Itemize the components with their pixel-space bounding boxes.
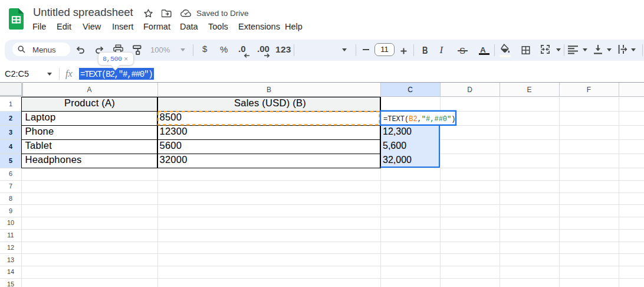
svg-text:D: D — [467, 86, 472, 94]
svg-text:12,300: 12,300 — [383, 126, 412, 136]
svg-text:Phone: Phone — [25, 126, 54, 136]
svg-text:32,000: 32,000 — [383, 155, 412, 165]
svg-text:Sales (USD) (B): Sales (USD) (B) — [234, 97, 306, 108]
svg-text:15: 15 — [7, 281, 14, 287]
svg-text:3: 3 — [9, 129, 12, 136]
svg-text:6: 6 — [9, 170, 12, 177]
svg-text:5600: 5600 — [160, 140, 182, 151]
svg-text:A: A — [87, 86, 91, 94]
svg-text:11: 11 — [7, 231, 14, 239]
svg-text:10: 10 — [7, 219, 14, 226]
svg-text:2: 2 — [9, 115, 12, 122]
svg-text:Tablet: Tablet — [25, 140, 52, 151]
svg-text:8500: 8500 — [160, 112, 182, 122]
svg-text:8: 8 — [9, 195, 12, 202]
svg-text:C: C — [408, 86, 413, 94]
svg-text:1: 1 — [9, 100, 12, 107]
svg-text:7: 7 — [9, 182, 12, 190]
svg-text:5: 5 — [9, 157, 12, 164]
svg-text:E: E — [527, 86, 531, 94]
svg-text:14: 14 — [7, 268, 14, 275]
svg-text:13: 13 — [7, 256, 14, 263]
svg-text:Headphones: Headphones — [25, 154, 82, 165]
svg-text:4: 4 — [9, 143, 13, 150]
svg-text:Product (A): Product (A) — [64, 97, 115, 108]
svg-text:12300: 12300 — [160, 126, 188, 136]
svg-text:12: 12 — [7, 244, 14, 251]
svg-text:F: F — [587, 86, 591, 94]
svg-text:9: 9 — [9, 207, 12, 214]
svg-text:=TEXT(B2,"#,##0"): =TEXT(B2,"#,##0") — [383, 115, 455, 123]
svg-text:B: B — [267, 86, 271, 94]
svg-text:5,600: 5,600 — [383, 141, 406, 151]
svg-text:Laptop: Laptop — [25, 112, 56, 122]
svg-text:32000: 32000 — [160, 154, 188, 165]
